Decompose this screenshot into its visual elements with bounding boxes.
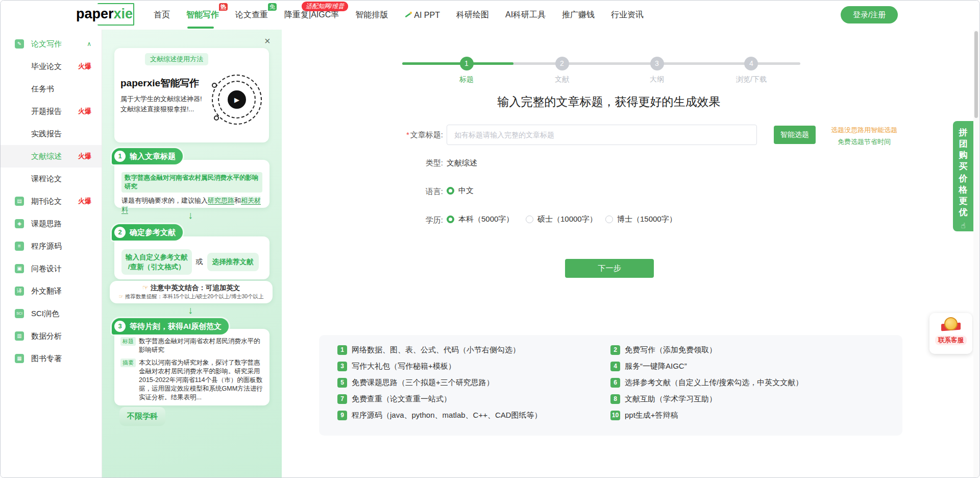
feature-item: 9程序源码（java、python、matlab、C++、CAD图纸等） <box>337 411 610 420</box>
sidebar-item-label: SCI润色 <box>31 309 59 319</box>
sidebar-item-label: 数据分析 <box>31 331 62 341</box>
usage-guide-panel: × 文献综述使用方法 paperxie智能写作 属于大学生的文献综述神器! 文献… <box>102 30 282 478</box>
feature-item: 1网络数据、图、表、公式、代码（小节右侧勾选） <box>337 345 610 355</box>
sidebar-item-foreign-translation[interactable]: 译 外文翻译 <box>1 280 102 302</box>
radio-label: 博士（15000字） <box>617 214 677 224</box>
scrollbar-thumb[interactable] <box>974 31 978 118</box>
sidebar-item-book-monograph[interactable]: ▦ 图书专著 <box>1 347 102 370</box>
feature-number-badge: 10 <box>610 411 620 420</box>
recommended-reference-option[interactable]: 选择推荐文献 <box>207 253 259 271</box>
customer-service-float[interactable]: 联系客服 <box>929 313 972 354</box>
guide-step1-card: 数字普惠金融对河南省农村属民消费水平的影响研究 课题有明确要求的，建议输入研究思… <box>114 160 270 208</box>
custom-reference-option[interactable]: 输入自定义参考文献 /查新（引文格式） <box>121 249 192 275</box>
nav-label: 智能写作 <box>186 10 219 20</box>
sidebar-item-data-analysis[interactable]: ▥ 数据分析 <box>1 325 102 347</box>
step-label: 文献 <box>555 75 569 84</box>
radio-selected-icon[interactable] <box>447 216 454 223</box>
hint-smart-topic[interactable]: 选题没思路用智能选题 <box>821 126 908 135</box>
all-subjects-tag[interactable]: 不限学科 <box>119 407 165 426</box>
sidebar-item-label: 开题报告 <box>31 107 62 116</box>
nav-item-plagiarism-check[interactable]: 论文查重 免 <box>235 10 268 20</box>
guide-description: 属于大学生的文献综述神器! 文献综述直接狠狠拿捏!... <box>120 94 207 114</box>
nav-label: 降重复|AIGC率 <box>284 10 339 20</box>
sample-abstract-text: 本文以河南省为研究对象，探讨了数字普惠金融对农村居民消费水平的影响。研究采用20… <box>139 358 263 402</box>
features-panel: 1网络数据、图、表、公式、代码（小节右侧勾选） 2免费写作（添加免费领取） 3写… <box>319 335 902 436</box>
degree-radio-master[interactable]: 硕士（10000字） <box>526 214 597 224</box>
sidebar-item-journal-paper[interactable]: ▤ 期刊论文 火爆 <box>1 190 102 212</box>
note-line1: ☞ 注意中英文结合：可追加英文 <box>110 283 273 293</box>
nav-item-research-drawing[interactable]: 科研绘图 <box>456 10 489 20</box>
nav-item-smart-writing[interactable]: 智能写作 热 <box>186 10 219 20</box>
language-label: 语言: <box>341 187 443 197</box>
sidebar-item-task-book[interactable]: 任务书 <box>1 78 102 100</box>
step-label: 浏览/下载 <box>736 75 767 84</box>
sidebar-item-label: 问卷设计 <box>31 264 62 274</box>
feature-text: 文献互助（学术学习互助） <box>625 394 717 404</box>
sidebar-item-literature-review[interactable]: 文献综述 火爆 <box>1 145 102 168</box>
smart-topic-button[interactable]: 智能选题 <box>774 126 816 144</box>
step-label: 标题 <box>459 75 474 84</box>
page-scrollbar[interactable] <box>973 30 979 477</box>
stepper-progress <box>402 62 513 65</box>
sample-title-row: 标题 数字普惠金融对河南省农村居民消费水平的影响研究 <box>120 337 263 354</box>
note-text: 推荐数量提醒：本科15个以上/硕士20个以上/博士30个以上 <box>125 293 264 299</box>
sidebar-item-course-paper[interactable]: 课程论文 <box>1 168 102 190</box>
title-tag: 标题 <box>120 337 136 346</box>
main-nav: 首页 智能写作 热 论文查重 免 降重复|AIGC率 适配知网/维普 智能排版 … <box>154 1 644 30</box>
language-radio-chinese[interactable]: 中文 <box>447 186 474 196</box>
nav-item-reduce-aigc[interactable]: 降重复|AIGC率 适配知网/维普 <box>284 10 339 20</box>
nav-item-industry-news[interactable]: 行业资讯 <box>611 10 644 20</box>
guide-badge: 文献综述使用方法 <box>145 53 208 65</box>
sidebar-item-graduation-thesis[interactable]: 毕业论文 火爆 <box>1 55 102 78</box>
degree-label: 学历: <box>341 216 443 225</box>
feature-item: 3写作大礼包（写作秘籍+模板） <box>337 362 610 371</box>
nav-item-ai-ppt[interactable]: AI PPT <box>404 11 440 20</box>
sidebar-item-proposal-report[interactable]: 开题报告 火爆 <box>1 100 102 123</box>
next-step-button[interactable]: 下一步 <box>565 259 654 278</box>
logo-text-black: paper <box>76 6 114 21</box>
step-number: 1 <box>114 151 126 162</box>
feature-number-badge: 8 <box>610 394 620 404</box>
radio-selected-icon[interactable] <box>447 187 454 195</box>
douyin-qr-code[interactable]: ▶ <box>212 75 262 125</box>
feature-item: 7免费查重（论文查重一站式） <box>337 394 610 404</box>
group-buy-banner[interactable]: 拼团购买 价格更优 ☝ <box>953 121 973 231</box>
feature-text: 免费写作（添加免费领取） <box>625 345 717 355</box>
radio-icon[interactable] <box>526 216 533 223</box>
brand-logo[interactable]: paperxie <box>76 6 133 22</box>
login-register-button[interactable]: 登录/注册 <box>841 6 898 23</box>
nav-item-smart-typeset[interactable]: 智能排版 <box>355 10 388 20</box>
top-navbar: paperxie 首页 智能写作 热 论文查重 免 降重复|AIGC率 适配知网… <box>1 1 979 30</box>
label-text: 文章标题: <box>410 130 443 139</box>
feature-number-badge: 6 <box>610 378 620 388</box>
sidebar-item-label: 程序源码 <box>31 242 62 251</box>
feature-text: 服务“一键降AIGC” <box>625 362 687 371</box>
topic-hints: 选题没思路用智能选题 免费选题节省时间 <box>821 126 908 147</box>
feature-number-badge: 9 <box>337 411 347 420</box>
step-title: 1 标题 <box>459 57 474 84</box>
degree-radio-bachelor[interactable]: 本科（5000字） <box>447 214 513 224</box>
article-title-input[interactable] <box>447 125 757 145</box>
nav-item-home[interactable]: 首页 <box>154 10 170 20</box>
nav-item-ai-research-tools[interactable]: AI科研工具 <box>505 10 546 20</box>
abstract-tag: 摘要 <box>120 358 136 367</box>
close-icon[interactable]: × <box>264 36 271 46</box>
sidebar-item-questionnaire[interactable]: ▣ 问卷设计 <box>1 257 102 280</box>
free-badge: 免 <box>268 3 277 11</box>
source-code-icon: ≡ <box>15 242 24 251</box>
sidebar-item-source-code[interactable]: ≡ 程序源码 <box>1 235 102 257</box>
sidebar-item-paper-writing[interactable]: ✎ 论文写作 ∧ <box>1 33 102 55</box>
degree-radio-doctor[interactable]: 博士（15000字） <box>605 214 677 224</box>
step-circle: 2 <box>555 57 569 70</box>
journal-icon: ▤ <box>15 197 24 206</box>
feature-number-badge: 2 <box>610 345 620 355</box>
hint-free-topic[interactable]: 免费选题节省时间 <box>821 137 908 147</box>
sidebar-item-practice-report[interactable]: 实践报告 <box>1 123 102 145</box>
sidebar-item-label: 课程论文 <box>31 174 62 184</box>
nav-item-promote-earn[interactable]: 推广赚钱 <box>562 10 595 20</box>
sidebar-item-sci-polish[interactable]: SCI SCI润色 <box>1 302 102 325</box>
guide-step3-pill: 3 等待片刻，获得AI原创范文 <box>112 318 229 334</box>
sidebar-item-topic-ideas[interactable]: ◈ 课题思路 <box>1 212 102 235</box>
radio-icon[interactable] <box>605 216 613 223</box>
required-asterisk: * <box>406 130 409 139</box>
